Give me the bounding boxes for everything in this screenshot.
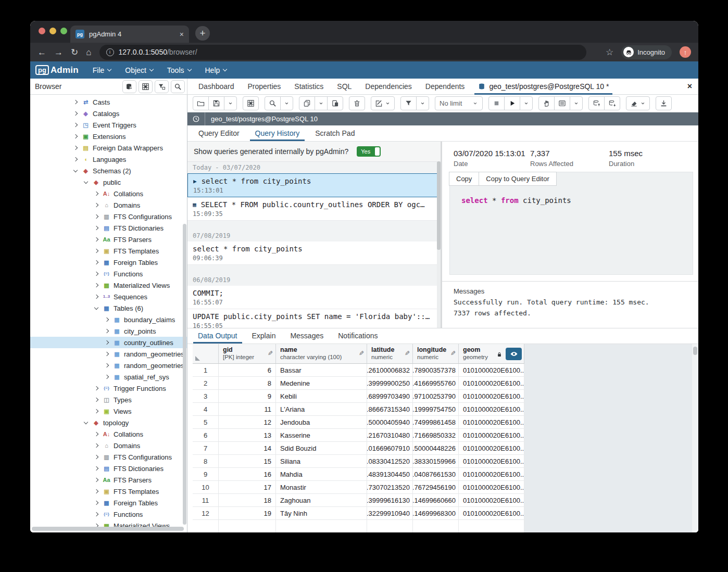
chevron-right-icon[interactable] (94, 272, 98, 276)
table-cell[interactable]: .86667315340 (367, 403, 413, 415)
chevron-right-icon[interactable] (94, 249, 98, 253)
edit-column-icon[interactable]: ✎ (359, 350, 364, 357)
chevron-right-icon[interactable] (105, 340, 109, 345)
extension-icon[interactable]: ↑ (680, 46, 691, 58)
browser-tab[interactable]: pg pgAdmin 4 × (70, 26, 189, 43)
tab-dependents[interactable]: Dependents (419, 82, 472, 91)
chevron-right-icon[interactable] (94, 466, 98, 471)
find-options-dropdown[interactable] (280, 96, 293, 110)
table-row[interactable]: 16Bassar.261000068320.789003573780101000… (193, 364, 524, 377)
sidebar-horizontal-scrollbar[interactable] (32, 527, 184, 531)
history-entry[interactable]: ▦SELECT * FROM public.country_outlines O… (187, 197, 441, 221)
table-cell[interactable]: 9 (219, 390, 276, 402)
table-cell[interactable]: 0101000020E6100... (459, 494, 524, 506)
table-cell[interactable]: 4 (193, 403, 219, 415)
table-cell[interactable]: 0101000020E6100... (459, 403, 524, 415)
table-cell[interactable]: Sdid Bouzid (276, 442, 367, 454)
history-scrollbar-track[interactable] (437, 161, 441, 328)
tree-item-sequences[interactable]: 1..3Sequences (30, 291, 187, 302)
table-cell[interactable]: Zaghouan (276, 494, 367, 506)
chevron-right-icon[interactable] (94, 386, 98, 390)
chevron-right-icon[interactable] (94, 192, 98, 196)
history-scrollbar-thumb[interactable] (437, 161, 441, 250)
table-row[interactable]: 815Siliana.083304125209.3833015996601010… (193, 455, 524, 468)
close-panel-icon[interactable]: × (687, 82, 692, 91)
tree-item-city-points[interactable]: ▦city_points (30, 325, 187, 337)
table-cell[interactable]: 14 (219, 442, 276, 454)
bookmark-star-icon[interactable]: ☆ (606, 47, 613, 58)
edit-column-icon[interactable]: ✎ (450, 350, 456, 357)
history-entry[interactable]: select * from city_points09:06:39 (187, 241, 441, 265)
table-row[interactable] (193, 520, 524, 532)
table-cell[interactable]: 17 (219, 481, 276, 493)
menu-file[interactable]: File (93, 66, 111, 74)
explain-button[interactable] (554, 96, 570, 110)
tab-notifications[interactable]: Notifications (331, 328, 385, 344)
chevron-right-icon[interactable] (94, 489, 98, 493)
chevron-right-icon[interactable] (73, 134, 78, 138)
table-cell[interactable]: Kebili (276, 390, 367, 402)
table-cell[interactable]: 1.04087661530 (413, 468, 459, 480)
view-geometry-button[interactable] (506, 348, 522, 360)
chevron-right-icon[interactable] (94, 409, 98, 413)
table-cell[interactable] (276, 520, 367, 532)
column-header-name[interactable]: namecharacter varying (100) ✎ (276, 344, 367, 364)
clear-dropdown-button[interactable] (626, 96, 650, 110)
refresh-tree-button[interactable] (122, 80, 136, 93)
table-cell[interactable]: Kasserine (276, 429, 367, 441)
chevron-right-icon[interactable] (94, 226, 98, 230)
table-cell[interactable]: 0101000020E6100... (459, 429, 524, 441)
table-cell[interactable]: 1 (193, 364, 219, 376)
table-cell[interactable]: 0.19999754750 (413, 403, 459, 415)
home-icon[interactable]: ⌂ (86, 48, 91, 57)
tree-item-domains[interactable]: ⌂Domains (30, 199, 187, 211)
tab-query-tool[interactable]: geo_test/postgres@PostgreSQL 10 * (471, 79, 616, 95)
filter-button[interactable] (400, 96, 417, 110)
table-cell[interactable]: 0101000020E6100... (459, 364, 524, 376)
table-cell[interactable]: 0101000020E6100... (459, 468, 524, 480)
tree-item-domains[interactable]: ⌂Domains (30, 440, 187, 451)
table-cell[interactable]: 5 (193, 416, 219, 428)
tree-item-materialized-views[interactable]: ▩Materialized Views (30, 279, 187, 291)
table-cell[interactable]: Medenine (276, 377, 367, 389)
menu-object[interactable]: Object (125, 66, 153, 74)
chevron-right-icon[interactable] (73, 100, 78, 104)
forward-icon[interactable]: → (54, 48, 63, 57)
save-options-dropdown[interactable] (224, 96, 237, 110)
table-cell[interactable]: 16 (219, 468, 276, 480)
tree-item-collations[interactable]: A↓Collations (30, 188, 187, 199)
table-cell[interactable]: 11 (193, 494, 219, 506)
table-cell[interactable]: 13 (219, 429, 276, 441)
chevron-right-icon[interactable] (94, 478, 98, 482)
menu-help[interactable]: Help (205, 66, 227, 74)
rollback-button[interactable] (604, 96, 620, 110)
back-icon[interactable]: ← (37, 48, 46, 57)
chevron-right-icon[interactable] (94, 214, 98, 219)
tree-item-fts-configurations[interactable]: ▥FTS Configurations (30, 211, 187, 222)
tree-item-random-geometries[interactable]: ▦random_geometries (30, 348, 187, 360)
table-row[interactable]: 714Sdid Bouzid.016696079109.500004482260… (193, 442, 524, 455)
tree-item-fts-configurations[interactable]: ▥FTS Configurations (30, 451, 187, 463)
column-header-latitude[interactable]: latitudenumeric ✎ (367, 344, 413, 364)
tree-item-spatial-ref-sys[interactable]: ▦spatial_ref_sys (30, 371, 187, 383)
tree-item-public[interactable]: ◈public (30, 176, 187, 188)
tree-item-extensions[interactable]: ▣Extensions (30, 131, 187, 142)
chevron-right-icon[interactable] (105, 317, 109, 322)
table-cell[interactable]: 8.97100253790 (413, 390, 459, 402)
close-tab-icon[interactable]: × (180, 30, 184, 39)
chevron-right-icon[interactable] (94, 203, 98, 207)
tab-messages[interactable]: Messages (283, 328, 331, 344)
table-cell[interactable]: .39999900250 (367, 377, 413, 389)
tree-item-types[interactable]: ◫Types (30, 394, 187, 405)
table-cell[interactable]: 6 (219, 364, 276, 376)
table-cell[interactable]: 8 (219, 377, 276, 389)
reload-icon[interactable]: ↻ (71, 48, 78, 57)
table-cell[interactable] (459, 520, 524, 532)
chevron-right-icon[interactable] (94, 398, 98, 402)
new-tab-button[interactable]: + (195, 26, 210, 41)
minimize-window-button[interactable] (49, 28, 56, 34)
tab-sql[interactable]: SQL (330, 82, 358, 91)
chevron-right-icon[interactable] (105, 363, 109, 367)
chevron-right-icon[interactable] (73, 146, 78, 150)
table-cell[interactable]: 0101000020E6100... (459, 481, 524, 493)
